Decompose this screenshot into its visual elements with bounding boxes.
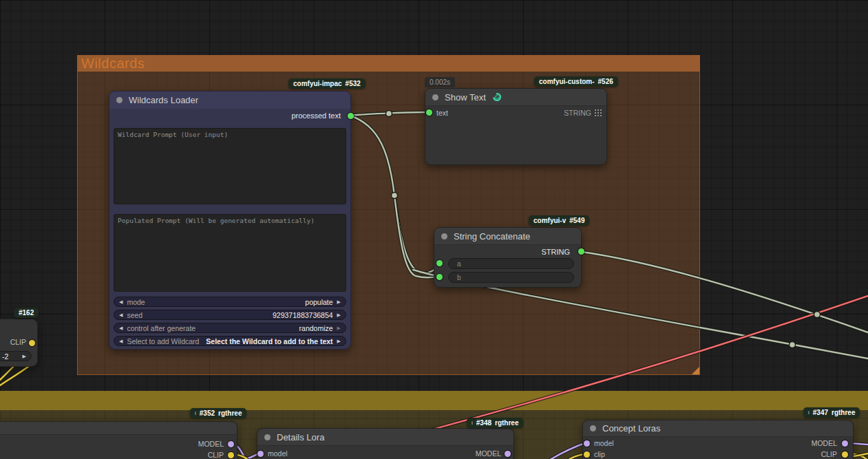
arrow-left-icon[interactable]: ◀ (119, 323, 123, 333)
node-title: Details Lora (277, 432, 324, 442)
input-slot-model[interactable] (257, 451, 264, 457)
widget-seed[interactable]: ◀ seed 929371883736854 ▶ (114, 310, 346, 320)
node-title: Wildcards Loader (129, 95, 198, 105)
arrow-right-icon[interactable]: ▶ (337, 297, 341, 307)
output-label-string: STRING (564, 109, 591, 117)
badge-source: comfyui-custom- (539, 78, 595, 85)
output-slot-clip[interactable] (29, 340, 35, 346)
input-slot-model[interactable] (584, 440, 590, 447)
node-clip-partial[interactable]: CLIP -2 ▶ (0, 319, 38, 367)
execution-time-badge: 0.002s (425, 77, 455, 87)
collapse-dot-icon[interactable] (116, 97, 123, 103)
widget-b-label: b (457, 274, 461, 281)
badge-clip-node: #162 (14, 308, 39, 318)
input-label-model: model (268, 449, 288, 458)
widget-a-label: a (457, 260, 461, 268)
widget-value: Select the Wildcard to add to the text (206, 337, 332, 345)
output-label-clip: CLIP (10, 338, 26, 346)
widget-grid-icon[interactable] (595, 109, 602, 117)
input-slot-a[interactable] (436, 260, 443, 266)
output-slot-clip[interactable] (228, 452, 234, 458)
arrow-right-icon[interactable]: ▶ (23, 351, 26, 361)
input-slot-clip[interactable] (584, 451, 590, 458)
node-title: Concept Loras (602, 423, 661, 434)
output-slot-processed-text[interactable] (348, 113, 354, 119)
badge-id: #162 (19, 309, 34, 317)
output-slot-model[interactable] (842, 440, 848, 447)
output-label-string: STRING (541, 248, 570, 256)
populated-prompt-textarea[interactable]: Populated Prompt (Will be generated auto… (114, 214, 346, 292)
badge-concept-loras: i #347 rgthree (803, 407, 860, 418)
output-slot-string[interactable] (578, 248, 584, 255)
node-string-concatenate-header[interactable]: String Concatenate (434, 228, 581, 245)
node-details-lora-header[interactable]: Details Lora (257, 429, 514, 446)
output-label-model: MODEL (198, 440, 224, 448)
widget-control-after-generate[interactable]: ◀ control after generate randomize ▶ (114, 323, 346, 333)
badge-source: rgthree (832, 409, 855, 416)
node-show-text-header[interactable]: Show Text (425, 89, 606, 106)
pysssss-swirl-icon (492, 92, 502, 102)
node-title: Show Text (445, 92, 486, 103)
widget-label: control after generate (127, 324, 195, 332)
arrow-right-icon[interactable]: ▶ (337, 310, 341, 320)
badge-id: #352 (200, 409, 215, 417)
badge-lora-left: i #352 rgthree (190, 408, 246, 418)
widget-select-wildcard[interactable]: ◀ Select to add Wildcard Select the Wild… (114, 336, 346, 346)
wildcard-prompt-textarea[interactable]: Wildcard Prompt (User input) (114, 128, 346, 204)
info-icon: i (808, 409, 809, 416)
node-wildcards-loader[interactable]: Wildcards Loader processed text Wildcard… (109, 91, 351, 350)
output-slot-model[interactable] (505, 451, 511, 457)
collapse-dot-icon[interactable] (590, 425, 596, 431)
widget-value: 929371883736854 (273, 311, 333, 319)
node-wildcards-loader-header[interactable]: Wildcards Loader (109, 92, 350, 109)
widget-a[interactable]: a (448, 258, 574, 269)
node-string-concatenate[interactable]: String Concatenate STRING a b (434, 227, 582, 288)
output-label-model: MODEL (812, 439, 837, 447)
widget-b[interactable]: b (448, 272, 574, 283)
arrow-right-icon[interactable]: ▶ (337, 323, 341, 333)
badge-id: #347 (813, 409, 828, 416)
wire-to-input-b (394, 195, 438, 277)
widget-stop-at-clip-layer[interactable]: -2 ▶ (0, 351, 32, 361)
node-lora-left-header[interactable] (0, 422, 237, 435)
widget-mode[interactable]: ◀ mode populate ▶ (114, 297, 346, 307)
badge-id: #532 (346, 80, 361, 87)
input-slot-text[interactable] (426, 109, 432, 116)
node-lora-left-partial[interactable]: MODEL CLIP (0, 421, 237, 459)
badge-source: rgthree (495, 419, 518, 427)
widget-value: randomize (299, 324, 333, 332)
collapse-dot-icon[interactable] (441, 233, 447, 239)
badge-source: comfyui-impac (293, 80, 342, 87)
widget-label: seed (127, 311, 142, 319)
badge-details-lora: i #348 rgthree (467, 418, 523, 428)
node-graph-canvas[interactable]: Wildcards (0, 0, 868, 459)
wire-string-output-right (577, 251, 868, 332)
reroute-dot-4[interactable] (790, 342, 796, 348)
node-details-lora[interactable]: Details Lora model MODEL (257, 428, 514, 459)
widget-value: -2 (2, 352, 8, 361)
input-label-clip: clip (594, 450, 605, 458)
arrow-left-icon[interactable]: ◀ (119, 297, 123, 307)
reroute-dot-2[interactable] (392, 193, 398, 199)
output-slot-model[interactable] (228, 441, 234, 447)
reroute-dot-1[interactable] (386, 111, 392, 117)
widget-label: Select to add Wildcard (127, 337, 199, 345)
info-icon: i (195, 410, 196, 416)
badge-id: #348 (476, 419, 491, 427)
output-slot-clip[interactable] (842, 451, 848, 458)
collapse-dot-icon[interactable] (264, 434, 271, 440)
widget-label: mode (127, 298, 145, 306)
node-concept-loras-header[interactable]: Concept Loras (583, 420, 853, 437)
arrow-left-icon[interactable]: ◀ (119, 310, 123, 320)
wire-concept-model-in (550, 442, 586, 459)
reroute-dot-3[interactable] (814, 312, 821, 318)
node-concept-loras[interactable]: Concept Loras model clip MODEL CLIP (582, 420, 854, 459)
badge-source: comfyui-v (533, 217, 566, 224)
arrow-right-icon[interactable]: ▶ (337, 336, 341, 346)
collapse-dot-icon[interactable] (432, 94, 438, 100)
node-show-text[interactable]: Show Text text STRING (425, 88, 607, 165)
output-label-clip: CLIP (821, 450, 837, 458)
badge-id: #526 (598, 78, 613, 85)
input-slot-b[interactable] (436, 274, 443, 280)
arrow-left-icon[interactable]: ◀ (119, 336, 123, 346)
